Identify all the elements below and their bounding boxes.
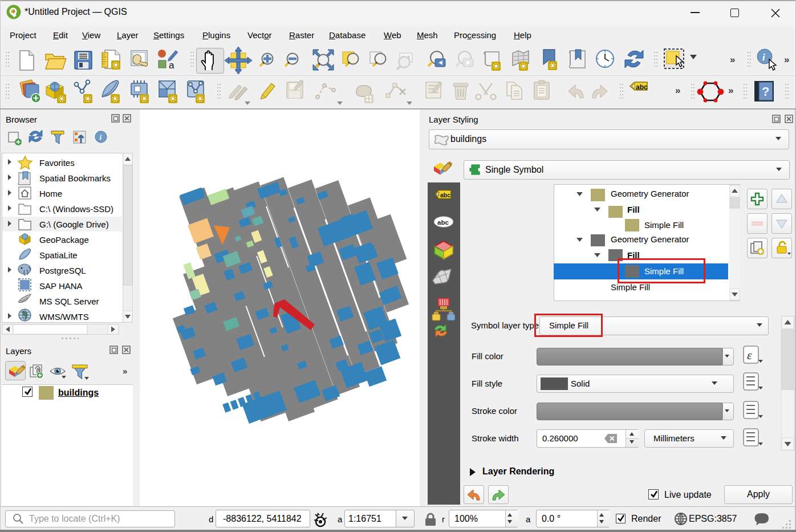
svg-text:ε: ε: [747, 348, 752, 362]
svg-text:?: ?: [762, 84, 769, 99]
svg-text:abc: abc: [440, 192, 450, 198]
svg-text:»: »: [784, 54, 789, 65]
svg-text:»: »: [123, 366, 127, 376]
svg-text:abc: abc: [636, 83, 648, 91]
svg-text:»: »: [675, 85, 680, 96]
svg-text:abc: abc: [437, 219, 449, 226]
svg-text:a: a: [169, 60, 174, 71]
svg-text:i: i: [762, 52, 765, 63]
svg-text:»: »: [730, 54, 735, 65]
svg-text:i: i: [100, 133, 102, 141]
svg-text:»: »: [728, 85, 733, 96]
